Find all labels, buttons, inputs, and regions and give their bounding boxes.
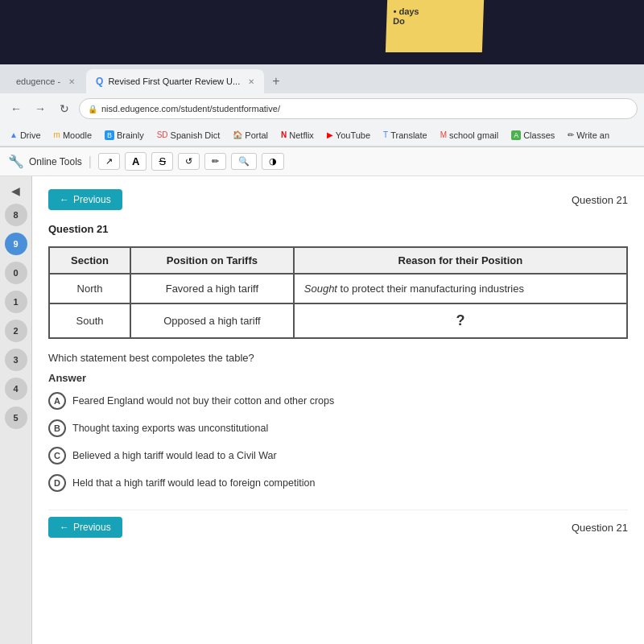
netflix-icon: N: [281, 130, 287, 139]
bookmark-drive[interactable]: ▲ Drive: [6, 129, 44, 142]
gmail-icon: M: [440, 130, 447, 139]
bookmark-youtube[interactable]: ▶ YouTube: [324, 129, 374, 142]
previous-label-bottom: Previous: [73, 522, 111, 533]
question-label: Question 21: [48, 223, 628, 235]
sidebar-num-4[interactable]: 4: [5, 378, 27, 400]
reload-button[interactable]: ↻: [55, 99, 74, 118]
bookmark-portal-label: Portal: [245, 130, 268, 140]
bookmark-youtube-label: YouTube: [336, 130, 370, 140]
option-circle-d: D: [48, 474, 66, 492]
undo-tool-button[interactable]: ↺: [178, 153, 200, 170]
answer-option-c[interactable]: C Believed a high tariff would lead to a…: [48, 445, 628, 466]
sidebar-num-5[interactable]: 5: [5, 407, 27, 429]
table-cell-south-section: South: [49, 303, 130, 338]
answer-option-a[interactable]: A Feared England would not buy their cot…: [48, 390, 628, 411]
bookmark-classes[interactable]: A Classes: [508, 129, 558, 142]
reason-north-text: Sought to protect their manufacturing in…: [304, 283, 524, 295]
answer-option-b[interactable]: B Thought taxing exports was unconstitut…: [48, 418, 628, 439]
bookmark-gmail-label: school gmail: [449, 130, 498, 140]
tab-bar: edugence - ✕ Q Revised First Quarter Rev…: [0, 64, 644, 93]
bookmark-classes-label: Classes: [523, 130, 555, 140]
question-header-top: ← Previous Question 21: [48, 189, 628, 210]
bookmark-spanishdict-label: Spanish Dict: [171, 130, 221, 140]
sidebar-arrow-up[interactable]: ◀: [11, 184, 20, 197]
wrench-icon: 🔧: [8, 154, 24, 169]
answer-options: A Feared England would not buy their cot…: [48, 390, 628, 493]
tab-q-icon: Q: [96, 76, 103, 87]
sticky-note-text: • daysDo: [386, 0, 484, 32]
bookmark-netflix-label: Netflix: [289, 130, 314, 140]
pen-tool-button[interactable]: ✏: [204, 153, 226, 170]
question-number-bottom-right: Question 21: [572, 522, 628, 534]
bookmark-drive-label: Drive: [20, 130, 41, 140]
bookmark-netflix[interactable]: N Netflix: [278, 129, 317, 142]
bookmark-gmail[interactable]: M school gmail: [437, 129, 502, 142]
sidebar-num-8[interactable]: 8: [5, 204, 27, 226]
table-row-north: North Favored a high tariff Sought to pr…: [49, 274, 627, 303]
option-circle-c: C: [48, 447, 66, 464]
bookmark-moodle[interactable]: m Moodle: [51, 129, 95, 142]
bold-a-tool-button[interactable]: A: [125, 152, 147, 171]
toolbar-row: 🔧 Online Tools | ↗ A S ↺ ✏ 🔍 ◑: [0, 147, 644, 176]
table-cell-north-section: North: [49, 274, 130, 303]
bookmark-translate-label: Translate: [390, 130, 427, 140]
answer-text-d: Held that a high tariff would lead to fo…: [72, 477, 315, 489]
answer-text-a: Feared England would not buy their cotto…: [72, 395, 334, 407]
arrow-tool-button[interactable]: ↗: [98, 153, 120, 170]
prev-arrow-icon-bottom: ←: [60, 522, 69, 533]
strikethrough-tool-button[interactable]: S: [151, 152, 173, 171]
browser-chrome: edugence - ✕ Q Revised First Quarter Rev…: [0, 64, 644, 147]
bookmark-write[interactable]: ✏ Write an: [564, 129, 613, 142]
bookmark-brainly-label: Brainly: [117, 130, 144, 140]
contrast-tool-button[interactable]: ◑: [262, 153, 284, 170]
answer-label: Answer: [48, 372, 628, 384]
portal-icon: 🏠: [233, 130, 242, 139]
new-tab-button[interactable]: +: [266, 71, 286, 92]
answer-text-b: Thought taxing exports was unconstitutio…: [72, 423, 268, 434]
tab-close-active[interactable]: ✕: [248, 77, 254, 86]
table-header-position: Position on Tariffs: [130, 247, 294, 274]
sidebar-num-1[interactable]: 1: [5, 291, 27, 313]
tab-edugence[interactable]: edugence - ✕: [6, 69, 85, 93]
tab-edugence-label: edugence -: [16, 76, 60, 86]
option-circle-a: A: [48, 392, 66, 410]
tariff-table: Section Position on Tariffs Reason for t…: [48, 246, 628, 339]
back-button[interactable]: ←: [6, 99, 26, 118]
bookmark-write-label: Write an: [576, 130, 609, 140]
youtube-icon: ▶: [327, 130, 333, 139]
top-area: • daysDo: [0, 0, 644, 64]
table-cell-north-position: Favored a high tariff: [130, 274, 294, 303]
table-cell-south-position: Opposed a high tariff: [130, 303, 294, 338]
bookmark-translate[interactable]: T Translate: [380, 129, 431, 142]
table-header-section: Section: [49, 247, 130, 274]
sidebar-num-2[interactable]: 2: [5, 320, 27, 342]
search-tool-button[interactable]: 🔍: [231, 153, 257, 170]
classes-icon: A: [511, 130, 521, 140]
write-icon: ✏: [568, 130, 574, 139]
bookmark-spanishdict[interactable]: SD Spanish Dict: [154, 129, 224, 142]
which-statement: Which statement best compoletes the tabl…: [48, 352, 628, 364]
sidebar-num-0[interactable]: 0: [5, 262, 27, 284]
moodle-icon: m: [54, 130, 60, 139]
sidebar-num-3[interactable]: 3: [5, 349, 27, 371]
previous-button-top[interactable]: ← Previous: [48, 189, 122, 210]
answer-option-d[interactable]: D Held that a high tariff would lead to …: [48, 473, 628, 493]
sidebar-num-9[interactable]: 9: [5, 233, 27, 255]
bottom-section: ← Previous Question 21: [48, 510, 628, 538]
previous-button-bottom[interactable]: ← Previous: [48, 517, 122, 538]
drive-icon: ▲: [10, 130, 18, 139]
tab-close-edugence[interactable]: ✕: [68, 77, 75, 86]
answer-text-c: Believed a high tariff would lead to a C…: [72, 450, 277, 461]
bookmark-brainly[interactable]: B Brainly: [101, 129, 147, 142]
table-row-south: South Opposed a high tariff ?: [49, 303, 627, 338]
lock-icon: 🔒: [88, 105, 97, 114]
tab-active-label: Revised First Quarter Review U...: [108, 76, 240, 86]
forward-button[interactable]: →: [31, 99, 50, 118]
question-number-top-right: Question 21: [572, 194, 628, 206]
table-cell-south-reason: ?: [294, 303, 627, 338]
sidebar: ◀ 8 9 0 1 2 3 4 5: [0, 176, 32, 644]
prev-arrow-icon: ←: [60, 194, 69, 205]
tab-active[interactable]: Q Revised First Quarter Review U... ✕: [86, 69, 264, 93]
address-bar[interactable]: 🔒 nisd.edugence.com/student/studentforma…: [79, 98, 638, 119]
bookmark-portal[interactable]: 🏠 Portal: [229, 129, 271, 142]
